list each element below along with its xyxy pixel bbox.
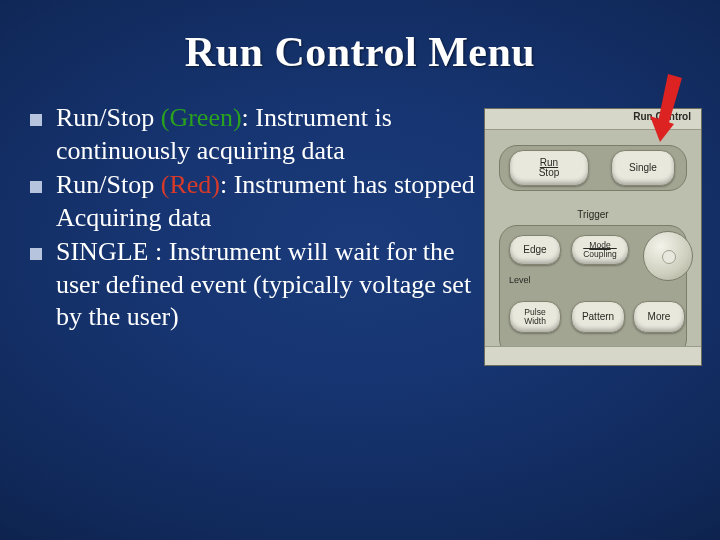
- bullet-icon: [30, 114, 42, 126]
- level-knob: [643, 231, 693, 281]
- bullet-icon: [30, 181, 42, 193]
- mode-coupling-button: Mode Coupling: [571, 235, 629, 265]
- list-item: SINGLE : Instrument will wait for the us…: [30, 236, 476, 334]
- list-item: Run/Stop (Red): Instrument has stopped A…: [30, 169, 476, 234]
- panel-bottom-strip: [485, 346, 701, 365]
- bullet-text: Run/Stop (Green): Instrument is continuo…: [56, 102, 476, 167]
- pulse-width-button: Pulse Width: [509, 301, 561, 333]
- single-button: Single: [611, 150, 675, 186]
- slide-title: Run Control Menu: [0, 0, 720, 76]
- more-button: More: [633, 301, 685, 333]
- run-stop-button: Run Stop: [509, 150, 589, 186]
- level-label: Level: [509, 275, 531, 285]
- bullet-text: Run/Stop (Red): Instrument has stopped A…: [56, 169, 476, 234]
- bullet-icon: [30, 248, 42, 260]
- width-line: Width: [524, 317, 546, 326]
- runstop-prefix: Run/Stop: [56, 170, 161, 199]
- red-arrow-icon: [624, 72, 684, 142]
- green-word: (Green): [161, 103, 242, 132]
- instrument-panel-image: Run Control Run Stop Single Trigger Edge…: [484, 108, 702, 366]
- bullet-list: Run/Stop (Green): Instrument is continuo…: [30, 102, 476, 336]
- list-item: Run/Stop (Green): Instrument is continuo…: [30, 102, 476, 167]
- instrument-panel: Run Control Run Stop Single Trigger Edge…: [484, 108, 702, 366]
- run-stop-button-label-line2: Stop: [539, 168, 560, 179]
- runstop-prefix: Run/Stop: [56, 103, 161, 132]
- svg-marker-0: [658, 74, 682, 126]
- slide-content: Run/Stop (Green): Instrument is continuo…: [0, 102, 720, 366]
- edge-button: Edge: [509, 235, 561, 265]
- red-word: (Red): [161, 170, 220, 199]
- pattern-button: Pattern: [571, 301, 625, 333]
- trigger-section-label: Trigger: [485, 209, 701, 220]
- coupling-line: Coupling: [583, 250, 617, 259]
- single-prefix: SINGLE: [56, 237, 155, 266]
- bullet-text: SINGLE : Instrument will wait for the us…: [56, 236, 476, 334]
